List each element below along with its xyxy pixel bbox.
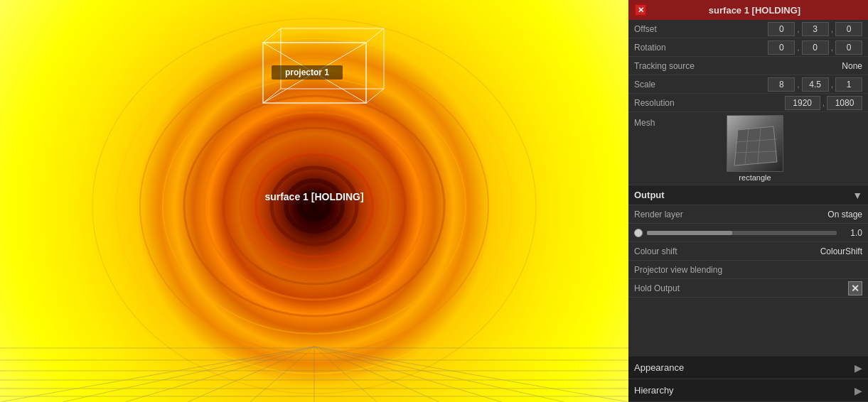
properties-area: Offset 0 , 3 , 0 Rotation 0 , 0 , 0 Trac… — [628, 20, 868, 357]
appearance-section-header[interactable]: Appearance ▶ — [628, 357, 868, 379]
svg-point-8 — [163, 78, 466, 334]
resolution-label: Resolution — [634, 98, 727, 108]
render-layer-row: Render layer On stage — [628, 205, 868, 224]
close-button[interactable]: ✕ — [634, 4, 647, 16]
hold-output-label: Hold Output — [634, 283, 848, 293]
resolution-h-input[interactable]: 1080 — [827, 96, 862, 110]
scale-label: Scale — [634, 80, 727, 89]
output-section-arrow: ▼ — [852, 190, 862, 201]
appearance-section-arrow: ▶ — [854, 362, 862, 374]
colour-shift-value[interactable]: ColourShift — [820, 246, 862, 256]
colour-shift-row: Colour shift ColourShift — [628, 242, 868, 261]
svg-point-5 — [223, 128, 405, 284]
offset-x-input[interactable]: 0 — [768, 22, 795, 36]
output-section-header[interactable]: Output ▼ — [628, 185, 868, 205]
svg-line-18 — [0, 347, 314, 402]
brightness-row: 1.0 — [628, 224, 868, 242]
resolution-row: Resolution 1920 , 1080 — [628, 94, 868, 112]
mesh-container: rectangle — [727, 115, 783, 182]
svg-line-31 — [366, 28, 384, 43]
svg-text:surface 1 [HOLDING]: surface 1 [HOLDING] — [264, 191, 363, 202]
tracking-source-value[interactable]: None — [842, 61, 862, 71]
mesh-thumbnail[interactable] — [727, 115, 783, 172]
rotation-label: Rotation — [634, 43, 727, 53]
svg-point-4 — [240, 142, 388, 270]
brightness-slider-track[interactable] — [647, 231, 837, 235]
colour-shift-label: Colour shift — [634, 246, 820, 256]
svg-line-20 — [125, 347, 314, 402]
svg-line-26 — [314, 347, 502, 402]
scale-y-input[interactable]: 4.5 — [802, 77, 829, 92]
rotation-row: Rotation 0 , 0 , 0 — [628, 38, 868, 57]
mesh-row: Mesh — [628, 112, 868, 185]
tracking-source-row: Tracking source None — [628, 57, 868, 75]
scale-z-input[interactable]: 1 — [835, 77, 862, 92]
output-section-title: Output — [634, 190, 852, 200]
offset-y-input[interactable]: 3 — [802, 22, 829, 36]
svg-line-27 — [314, 347, 564, 402]
rotation-values: 0 , 0 , 0 — [727, 40, 862, 55]
properties-panel: ✕ surface 1 [HOLDING] Offset 0 , 3 , 0 R… — [628, 0, 868, 402]
svg-line-25 — [314, 347, 439, 402]
scale-values: 8 , 4.5 , 1 — [727, 77, 862, 92]
offset-label: Offset — [634, 24, 727, 34]
resolution-w-input[interactable]: 1920 — [785, 96, 820, 110]
brightness-dot — [634, 229, 643, 237]
offset-values: 0 , 3 , 0 — [727, 22, 862, 36]
brightness-value: 1.0 — [841, 228, 862, 238]
tracking-source-label: Tracking source — [634, 61, 727, 71]
hold-output-checkbox[interactable]: ✕ — [848, 281, 862, 295]
hierarchy-section-title: Hierarchy — [634, 385, 854, 396]
offset-row: Offset 0 , 3 , 0 — [628, 20, 868, 38]
scale-row: Scale 8 , 4.5 , 1 — [628, 75, 868, 94]
scale-x-input[interactable]: 8 — [768, 77, 795, 92]
window-title: surface 1 [HOLDING] — [647, 5, 862, 16]
brightness-slider-fill — [647, 231, 732, 235]
svg-marker-44 — [734, 126, 777, 165]
svg-point-3 — [256, 155, 373, 257]
svg-line-21 — [188, 347, 314, 402]
svg-line-28 — [314, 347, 628, 402]
render-layer-label: Render layer — [634, 210, 827, 219]
rotation-x-input[interactable]: 0 — [768, 40, 795, 55]
resolution-values: 1920 , 1080 — [727, 96, 862, 110]
hierarchy-section-arrow: ▶ — [854, 385, 862, 396]
svg-text:projector 1: projector 1 — [285, 67, 329, 77]
rings-svg: projector 1 surface 1 [HOLDING] — [0, 0, 628, 402]
appearance-section-title: Appearance — [634, 362, 854, 373]
projector-view-blending-label: Projector view blending — [634, 265, 862, 275]
tracking-source-values: None — [727, 61, 862, 71]
rotation-z-input[interactable]: 0 — [835, 40, 862, 55]
hierarchy-section-header[interactable]: Hierarchy ▶ — [628, 379, 868, 402]
rotation-y-input[interactable]: 0 — [802, 40, 829, 55]
svg-line-33 — [366, 89, 384, 103]
offset-z-input[interactable]: 0 — [835, 22, 862, 36]
svg-point-6 — [204, 112, 424, 300]
titlebar: ✕ surface 1 [HOLDING] — [628, 0, 868, 20]
mesh-name: rectangle — [739, 173, 771, 182]
mesh-label: Mesh — [634, 115, 727, 128]
render-layer-value[interactable]: On stage — [827, 210, 862, 219]
svg-point-1 — [286, 180, 343, 232]
svg-line-19 — [63, 347, 314, 402]
projector-view-blending-row: Projector view blending — [628, 261, 868, 279]
hold-output-row: Hold Output ✕ — [628, 279, 868, 298]
viewport: projector 1 surface 1 [HOLDING] — [0, 0, 628, 402]
